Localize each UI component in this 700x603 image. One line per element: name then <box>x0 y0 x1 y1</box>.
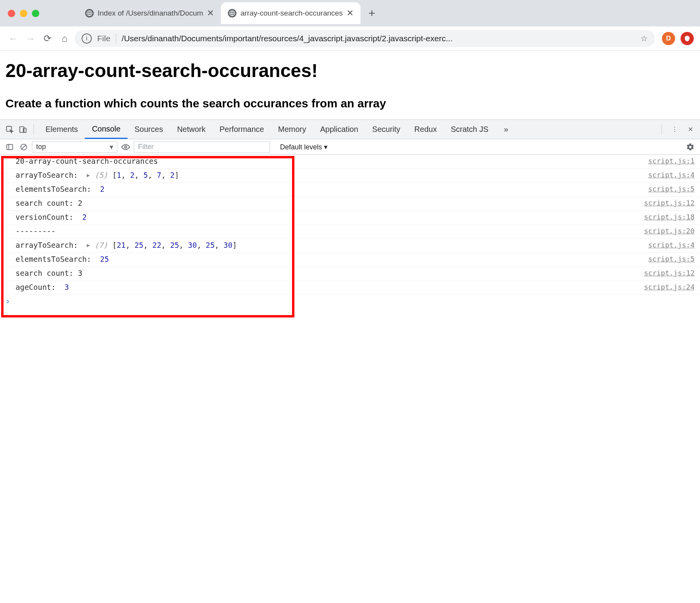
chevron-down-icon: ▾ <box>110 143 113 151</box>
console-source-link[interactable]: script.js:12 <box>644 269 695 277</box>
console-message: elementsToSearch: 2 <box>16 185 105 193</box>
console-message: search count: 3 <box>16 269 82 277</box>
browser-tabs: Index of /Users/dinanath/Docum ✕ array-c… <box>78 0 375 26</box>
home-button[interactable]: ⌂ <box>58 32 72 46</box>
address-bar[interactable]: i File /Users/dinanath/Documents/importa… <box>75 30 655 47</box>
devtools-tab-application[interactable]: Application <box>313 120 365 139</box>
forward-button[interactable]: → <box>23 32 37 46</box>
url-scheme: File <box>97 34 110 43</box>
window-controls <box>8 10 39 17</box>
console-source-link[interactable]: script.js:24 <box>644 283 695 291</box>
console-source-link[interactable]: script.js:18 <box>644 213 695 221</box>
clear-console-icon[interactable] <box>18 141 30 153</box>
devtools-tab-console[interactable]: Console <box>85 120 127 139</box>
console-row[interactable]: ---------script.js:20 <box>0 225 700 239</box>
console-message: elementsToSearch: 25 <box>16 255 109 263</box>
url-path: /Users/dinanath/Documents/important/reso… <box>122 34 635 43</box>
site-info-icon[interactable]: i <box>82 33 92 44</box>
devtools-tab-performance[interactable]: Performance <box>213 120 271 139</box>
console-row[interactable]: versionCount: 2script.js:18 <box>0 211 700 225</box>
filter-placeholder: Filter <box>138 143 154 151</box>
svg-rect-5 <box>7 144 13 149</box>
bookmark-icon[interactable]: ☆ <box>640 34 648 43</box>
svg-line-8 <box>21 145 26 149</box>
eye-icon[interactable] <box>120 141 131 153</box>
page-subheading: Create a function which counts the searc… <box>5 97 695 110</box>
devtools-tab-elements[interactable]: Elements <box>38 120 85 139</box>
console-source-link[interactable]: script.js:12 <box>644 199 695 207</box>
page-content: 20-array-count-search-occurances! Create… <box>0 51 700 119</box>
page-heading: 20-array-count-search-occurances! <box>5 60 695 81</box>
devtools-tab-redux[interactable]: Redux <box>407 120 444 139</box>
kebab-menu-icon[interactable]: ⋮ <box>669 124 681 135</box>
filter-input[interactable]: Filter <box>134 141 270 153</box>
console-filterbar: top ▾ Filter Default levels ▾ <box>0 139 700 155</box>
minimize-window-button[interactable] <box>20 10 27 17</box>
console-source-link[interactable]: script.js:1 <box>648 157 695 165</box>
console-message: ageCount: 3 <box>16 283 69 291</box>
tab-label: Index of /Users/dinanath/Docum <box>98 9 203 18</box>
console-source-link[interactable]: script.js:4 <box>648 171 695 179</box>
console-message: arrayToSearch: ▶ (5) [1, 2, 5, 7, 2] <box>16 171 179 179</box>
browser-toolbar: ← → ⟳ ⌂ i File /Users/dinanath/Documents… <box>0 26 700 51</box>
console-message: search count: 2 <box>16 199 82 207</box>
context-label: top <box>36 143 46 151</box>
browser-tab-0[interactable]: Index of /Users/dinanath/Docum ✕ <box>78 2 221 24</box>
devtools-tab-sources[interactable]: Sources <box>128 120 170 139</box>
console-row[interactable]: ageCount: 3script.js:24 <box>0 281 700 295</box>
browser-titlebar: Index of /Users/dinanath/Docum ✕ array-c… <box>0 0 700 26</box>
log-levels-select[interactable]: Default levels ▾ <box>280 143 327 151</box>
devtools-close-icon[interactable]: ✕ <box>684 124 696 135</box>
separator <box>116 33 116 44</box>
tab-label: array-count-search-occurances <box>240 9 343 18</box>
globe-icon <box>85 9 94 18</box>
console-source-link[interactable]: script.js:20 <box>644 227 695 235</box>
svg-point-9 <box>124 146 127 148</box>
console-settings-icon[interactable] <box>684 141 696 153</box>
inspect-icon[interactable] <box>4 124 16 135</box>
close-icon[interactable]: ✕ <box>346 8 354 18</box>
sidebar-toggle-icon[interactable] <box>4 141 16 153</box>
console-source-link[interactable]: script.js:5 <box>648 185 695 193</box>
devtools-tab-memory[interactable]: Memory <box>271 120 313 139</box>
devtools-tabbar: ElementsConsoleSourcesNetworkPerformance… <box>0 120 700 139</box>
console-row[interactable]: search count: 2script.js:12 <box>0 197 700 211</box>
console-prompt[interactable]: › <box>0 295 700 307</box>
new-tab-button[interactable]: + <box>368 7 375 20</box>
console-row[interactable]: arrayToSearch: ▶ (5) [1, 2, 5, 7, 2]scri… <box>0 169 700 183</box>
console-row[interactable]: elementsToSearch: 25script.js:5 <box>0 253 700 267</box>
console-output: 20-array-count-search-occurancesscript.j… <box>0 155 700 603</box>
close-icon[interactable]: ✕ <box>207 8 214 18</box>
console-row[interactable]: arrayToSearch: ▶ (7) [21, 25, 22, 25, 30… <box>0 239 700 253</box>
more-tabs-button[interactable]: » <box>497 120 515 139</box>
console-row[interactable]: 20-array-count-search-occurancesscript.j… <box>0 155 700 169</box>
devtools-tab-security[interactable]: Security <box>365 120 407 139</box>
extensions-icon[interactable] <box>681 32 694 45</box>
execution-context-select[interactable]: top ▾ <box>32 141 117 153</box>
profile-avatar[interactable]: D <box>662 32 675 45</box>
maximize-window-button[interactable] <box>32 10 39 17</box>
console-source-link[interactable]: script.js:5 <box>648 255 695 263</box>
devtools-panel: ElementsConsoleSourcesNetworkPerformance… <box>0 119 700 603</box>
console-row[interactable]: elementsToSearch: 2script.js:5 <box>0 183 700 197</box>
back-button[interactable]: ← <box>6 32 20 46</box>
console-row[interactable]: search count: 3script.js:12 <box>0 267 700 281</box>
device-toggle-icon[interactable] <box>17 124 29 135</box>
devtools-tab-scratch-js[interactable]: Scratch JS <box>444 120 495 139</box>
console-message: versionCount: 2 <box>16 213 87 221</box>
globe-icon <box>228 9 236 18</box>
console-message: arrayToSearch: ▶ (7) [21, 25, 22, 25, 30… <box>16 241 237 249</box>
devtools-tab-network[interactable]: Network <box>170 120 212 139</box>
console-source-link[interactable]: script.js:4 <box>648 241 695 249</box>
reload-button[interactable]: ⟳ <box>40 32 54 46</box>
console-message: 20-array-count-search-occurances <box>16 157 158 165</box>
console-message: --------- <box>16 227 56 235</box>
close-window-button[interactable] <box>8 10 15 17</box>
browser-tab-1[interactable]: array-count-search-occurances ✕ <box>221 2 360 24</box>
